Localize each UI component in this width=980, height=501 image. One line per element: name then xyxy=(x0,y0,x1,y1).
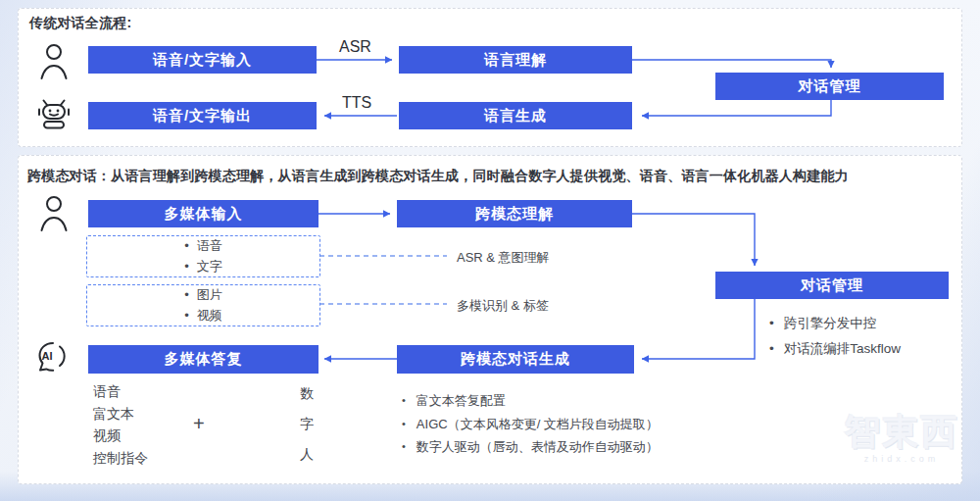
digital-human-vertical-label: 数 字 人 xyxy=(300,385,314,464)
box-language-understanding: 语言理解 xyxy=(399,46,632,74)
input-item-text: 文字 xyxy=(184,258,222,276)
box-crossmodal-understanding: 跨模态理解 xyxy=(397,200,632,227)
label-asr-intent: ASR & 意图理解 xyxy=(457,249,550,267)
box-multimedia-input: 多媒体输入 xyxy=(88,200,318,227)
digital-human-char: 数 xyxy=(300,385,314,403)
gen-bullet-dh-drive: 数字人驱动（唇动、表情及动作自动驱动） xyxy=(402,438,659,456)
dm-bullet-taskflow: 对话流编排Taskflow xyxy=(769,340,901,358)
asr-label: ASR xyxy=(339,38,371,56)
input-group-image-video: 图片 视频 xyxy=(86,284,320,326)
box-dialog-management-bottom: 对话管理 xyxy=(715,272,949,299)
reply-item-video: 视频 xyxy=(93,425,148,447)
plus-sign: + xyxy=(193,413,205,435)
tts-label: TTS xyxy=(342,94,371,112)
input-item-voice: 语音 xyxy=(184,237,222,256)
user-icon xyxy=(39,42,69,85)
input-group-voice-text: 语音 文字 xyxy=(86,235,320,277)
robot-icon xyxy=(35,98,73,137)
ai-head-icon: AI xyxy=(29,339,73,384)
reply-item-control: 控制指令 xyxy=(93,447,148,470)
box-language-generation: 语言生成 xyxy=(399,102,632,129)
input-item-video: 视频 xyxy=(184,307,222,326)
reply-item-voice: 语音 xyxy=(93,380,148,403)
slide-canvas: 传统对话全流程: 语音/文字输入 ASR 语言理解 对话管理 语音/文字输出 T… xyxy=(0,0,980,501)
dm-bullet-dispatch: 跨引擎分发中控 xyxy=(769,315,876,332)
box-voice-text-output: 语音/文字输出 xyxy=(88,102,317,129)
svg-text:AI: AI xyxy=(42,350,53,362)
input-item-image: 图片 xyxy=(184,286,222,305)
gen-bullet-aigc: AIGC（文本风格变更/ 文档片段自动提取） xyxy=(402,416,659,433)
box-multimedia-reply: 多媒体答复 xyxy=(88,345,318,374)
reply-type-list: 语音 富文本 视频 控制指令 xyxy=(93,380,148,469)
reply-item-richtext: 富文本 xyxy=(93,403,148,426)
digital-human-char: 字 xyxy=(300,416,314,433)
user-icon xyxy=(39,194,69,237)
box-dialog-management-top: 对话管理 xyxy=(715,73,944,100)
label-multimodal-tag: 多模识别 & 标签 xyxy=(457,297,549,315)
box-crossmodal-generation: 跨模态对话生成 xyxy=(397,345,634,374)
gen-bullet-richtext: 富文本答复配置 xyxy=(402,392,506,410)
digital-human-char: 人 xyxy=(300,446,314,464)
box-voice-text-input: 语音/文字输入 xyxy=(88,46,317,74)
